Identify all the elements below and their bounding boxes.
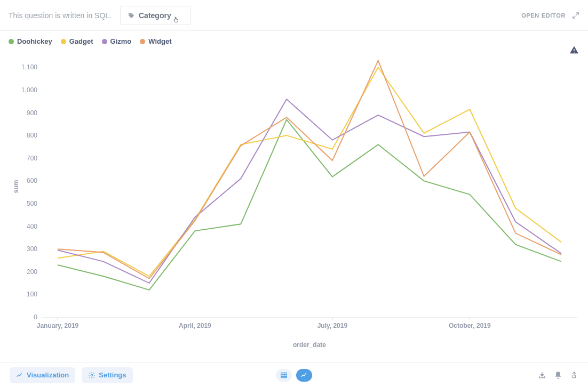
open-editor-button[interactable]: OPEN EDITOR <box>521 12 566 19</box>
gear-icon <box>88 372 96 379</box>
legend-dot <box>102 39 107 44</box>
visualization-label: Visualization <box>27 371 69 379</box>
svg-text:300: 300 <box>27 245 37 253</box>
visualization-button[interactable]: Visualization <box>10 367 75 383</box>
legend-label: Doohickey <box>17 37 52 45</box>
svg-text:500: 500 <box>27 200 37 207</box>
legend-label: Gadget <box>69 37 93 45</box>
legend: Doohickey Gadget Gizmo Widget <box>9 37 579 45</box>
legend-item-gizmo[interactable]: Gizmo <box>102 37 132 45</box>
settings-button[interactable]: Settings <box>82 367 132 383</box>
svg-text:October, 2019: October, 2019 <box>449 322 491 329</box>
footer-bar: Visualization Settings <box>0 362 588 387</box>
svg-text:700: 700 <box>27 155 37 162</box>
legend-item-gadget[interactable]: Gadget <box>61 37 93 45</box>
chart-type-toggle <box>276 369 312 382</box>
legend-label: Widget <box>148 37 171 45</box>
share-icon[interactable] <box>570 371 578 380</box>
cursor-icon <box>172 16 180 23</box>
svg-text:400: 400 <box>27 223 37 230</box>
svg-text:100: 100 <box>27 291 37 298</box>
svg-text:600: 600 <box>27 177 37 184</box>
svg-rect-0 <box>574 49 574 51</box>
svg-text:1,000: 1,000 <box>21 86 37 94</box>
line-chart-icon <box>300 372 308 379</box>
svg-text:sum: sum <box>12 180 20 194</box>
filter-category-button[interactable]: Category <box>120 6 191 25</box>
svg-text:900: 900 <box>27 109 37 117</box>
tag-icon <box>128 12 134 19</box>
topbar-right: OPEN EDITOR <box>521 12 579 19</box>
line-chart: 01002003004005006007008009001,0001,100Ja… <box>9 45 579 354</box>
svg-text:January, 2019: January, 2019 <box>37 322 79 329</box>
svg-text:order_date: order_date <box>293 341 326 349</box>
svg-rect-1 <box>574 52 574 52</box>
warning-icon[interactable] <box>570 46 578 54</box>
expand-icon[interactable] <box>572 12 579 19</box>
svg-text:July, 2019: July, 2019 <box>317 322 348 329</box>
bell-icon[interactable] <box>554 371 562 380</box>
line-chart-icon <box>16 372 23 379</box>
legend-dot <box>61 39 66 44</box>
table-view-button[interactable] <box>276 369 292 382</box>
legend-item-widget[interactable]: Widget <box>140 37 171 45</box>
svg-text:200: 200 <box>27 268 37 276</box>
top-bar: This question is written in SQL. Categor… <box>0 0 588 31</box>
table-icon <box>280 372 288 379</box>
legend-dot <box>140 39 145 44</box>
legend-label: Gizmo <box>110 37 132 45</box>
download-icon[interactable] <box>538 371 546 380</box>
filter-category-label: Category <box>139 11 171 20</box>
svg-point-25 <box>91 374 93 376</box>
chart-area: Doohickey Gadget Gizmo Widget 0100200300… <box>0 31 588 362</box>
sql-note: This question is written in SQL. <box>9 11 112 20</box>
line-view-button[interactable] <box>296 369 312 382</box>
svg-text:April, 2019: April, 2019 <box>179 322 211 329</box>
legend-item-doohickey[interactable]: Doohickey <box>9 37 52 45</box>
legend-dot <box>9 39 14 44</box>
svg-text:1,100: 1,100 <box>21 63 37 71</box>
svg-text:800: 800 <box>27 132 37 139</box>
settings-label: Settings <box>99 371 126 379</box>
svg-text:0: 0 <box>34 313 37 321</box>
svg-rect-26 <box>281 373 287 377</box>
footer-actions <box>538 371 578 380</box>
